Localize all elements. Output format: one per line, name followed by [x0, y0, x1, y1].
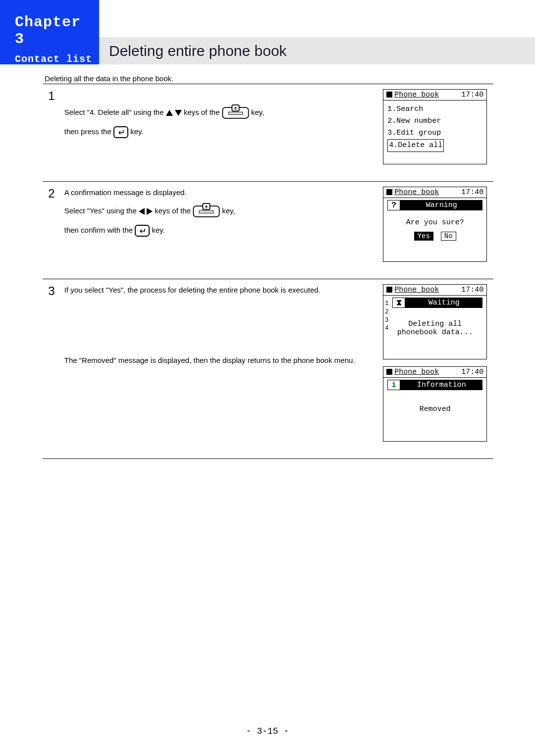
svg-rect-7	[135, 225, 149, 236]
lcd-message: Are you sure?	[383, 213, 486, 230]
step-text: keys of the	[155, 206, 193, 215]
lcd-screen-menu: Phone book17:40 1.Search 2.New number 3.…	[383, 89, 487, 164]
menu-item-selected: 4.Delete all	[387, 139, 444, 152]
lcd-title: Phone book	[394, 286, 439, 294]
lcd-time: 17:40	[461, 368, 483, 376]
banner-label: Warning	[400, 200, 482, 210]
step-text: If you select "Yes", the process for del…	[64, 284, 375, 296]
lcd-time: 17:40	[461, 286, 483, 294]
lcd-screen-waiting: Phone book17:40 1234 ⧗ Waiting Deleting …	[383, 284, 487, 359]
svg-rect-1	[228, 112, 243, 114]
step-screens: Phone book17:40 1234 ⧗ Waiting Deleting …	[379, 279, 493, 459]
page-number: - 3-15 -	[0, 726, 535, 736]
chapter-label: Chapter 3	[15, 14, 99, 48]
menu-item: 3.Edit group	[387, 127, 482, 139]
left-arrow-icon	[139, 208, 145, 215]
lcd-title: Phone book	[394, 188, 439, 197]
steps-table: 1 Select "4. Delete all" using the keys …	[43, 84, 493, 459]
menu-item: 2.New number	[387, 115, 482, 127]
step-number: 3	[43, 279, 60, 459]
step-screens: Phone book17:40 1.Search 2.New number 3.…	[379, 84, 493, 182]
step-number: 1	[43, 84, 60, 182]
content: Deleting all the data in the phone book.…	[43, 74, 493, 459]
step-text: key.	[152, 226, 164, 234]
step-text: keys of the	[184, 108, 222, 116]
up-arrow-icon	[166, 110, 173, 116]
step-text: Select "Yes" using the	[64, 206, 139, 215]
menu-item: 1.Search	[387, 103, 482, 115]
step-text: The "Removed" message is displayed, then…	[64, 354, 375, 366]
info-icon: i	[387, 380, 400, 390]
yes-button: Yes	[414, 232, 433, 241]
intro-text: Deleting all the data in the phone book.	[43, 74, 493, 83]
lcd-message: Deleting all	[387, 320, 482, 328]
square-icon	[386, 189, 392, 195]
chapter-section: Contact list	[15, 53, 99, 65]
lcd-message: Removed	[383, 393, 486, 416]
square-icon	[386, 92, 392, 98]
step-text: key,	[251, 108, 264, 116]
lcd-title: Phone book	[394, 91, 439, 99]
step-text: then press the	[64, 127, 113, 136]
step-text: A confirmation message is displayed.	[64, 187, 375, 199]
step-body: A confirmation message is displayed. Sel…	[60, 182, 379, 279]
step-screens: Phone book17:40 ? Warning Are you sure? …	[379, 182, 493, 279]
lcd-screen-information: Phone book17:40 i Information Removed	[383, 366, 487, 442]
svg-rect-5	[199, 210, 214, 213]
step-text: Select "4. Delete all" using the	[64, 108, 166, 116]
enter-key-icon	[135, 225, 150, 237]
enter-key-icon	[113, 126, 128, 138]
down-arrow-icon	[175, 110, 182, 116]
no-button: No	[441, 232, 456, 241]
step-body: Select "4. Delete all" using the keys of…	[60, 84, 379, 182]
square-icon	[386, 369, 392, 375]
svg-rect-3	[114, 127, 128, 138]
step-text: key.	[130, 127, 143, 136]
page-title: Deleting entire phone book	[99, 37, 535, 64]
lcd-time: 17:40	[461, 188, 483, 197]
lcd-time: 17:40	[461, 91, 483, 99]
lcd-title: Phone book	[394, 368, 439, 376]
step-text: key,	[222, 206, 235, 215]
sidebar-header: Chapter 3 Contact list	[0, 0, 99, 64]
lcd-message: phonebook data...	[387, 328, 482, 337]
navigation-key-icon	[222, 104, 249, 122]
navigation-key-icon	[193, 202, 220, 220]
step-number: 2	[43, 182, 60, 279]
hourglass-icon: ⧗	[392, 298, 405, 308]
step-body: If you select "Yes", the process for del…	[60, 279, 379, 459]
banner-label: Waiting	[405, 298, 482, 308]
square-icon	[386, 287, 392, 293]
question-icon: ?	[387, 200, 400, 210]
banner-label: Information	[400, 380, 482, 390]
step-text: then confirm with the	[64, 226, 135, 234]
right-arrow-icon	[147, 208, 153, 215]
lcd-screen-warning: Phone book17:40 ? Warning Are you sure? …	[383, 187, 487, 262]
